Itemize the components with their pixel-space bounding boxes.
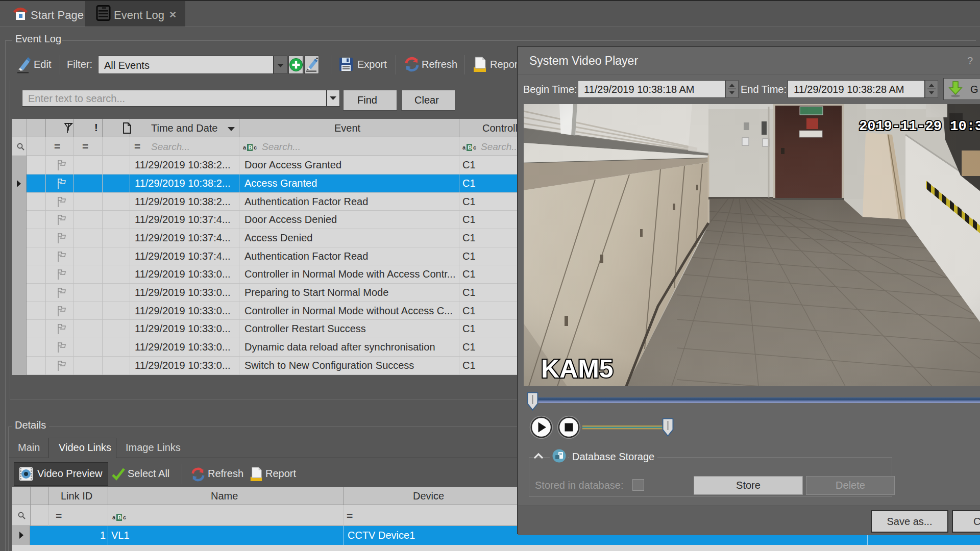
svg-text:c: c: [473, 144, 476, 151]
svg-text:2019-11-29 10:3: 2019-11-29 10:3: [859, 119, 980, 134]
svg-text:B: B: [249, 144, 253, 151]
svg-text:a: a: [462, 144, 466, 151]
svg-text:a: a: [112, 514, 116, 520]
svg-text:B: B: [118, 514, 122, 520]
svg-text:c: c: [123, 514, 126, 520]
svg-text:B: B: [468, 144, 472, 151]
svg-text:KAM5: KAM5: [541, 355, 614, 383]
svg-text:c: c: [254, 144, 257, 151]
svg-text:a: a: [243, 144, 247, 151]
